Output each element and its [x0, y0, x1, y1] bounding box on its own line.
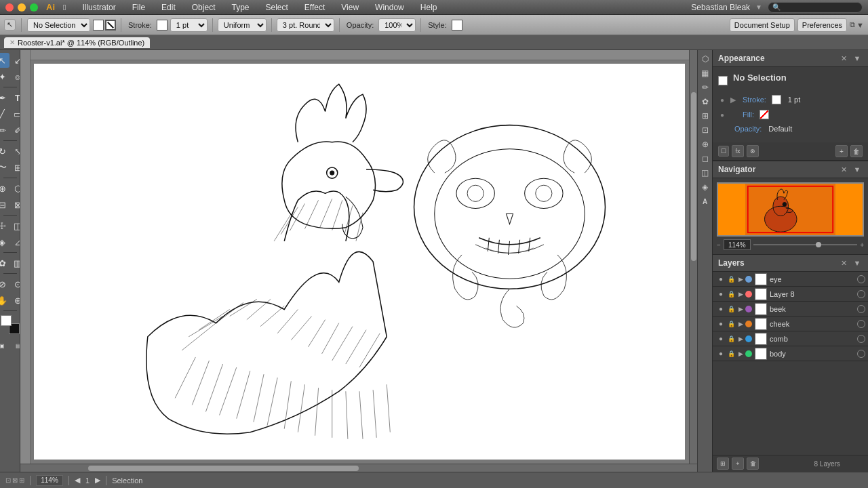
pathfinder-side-icon[interactable]: ⊕	[699, 138, 711, 150]
tab-close-icon[interactable]: ✕	[9, 39, 15, 46]
zoom-level-input[interactable]: 114%	[724, 239, 751, 250]
layer-target-indicator[interactable]	[857, 320, 865, 328]
appearance-fx-btn[interactable]: fx	[732, 145, 744, 157]
rect-tool[interactable]: ▭	[10, 106, 20, 121]
menu-illustrator[interactable]: Illustrator	[79, 1, 118, 14]
menu-apple[interactable]: 	[60, 1, 68, 14]
layer-target-indicator[interactable]	[857, 305, 865, 313]
navigator-panel-collapse-icon[interactable]: ▼	[852, 164, 863, 175]
zoom-slider-thumb[interactable]	[816, 242, 821, 247]
scale-tool[interactable]: ⤡	[10, 144, 20, 159]
pen-tool[interactable]: ✒	[0, 90, 9, 105]
lasso-tool[interactable]: ⌾	[10, 69, 20, 84]
layer-lock-icon[interactable]: 🔒	[726, 304, 736, 314]
table-row[interactable]: ● 🔒 ▶ comb	[713, 331, 868, 346]
style-box[interactable]	[452, 20, 462, 30]
layer-target-indicator[interactable]	[857, 290, 865, 298]
canvas-area[interactable]	[20, 50, 697, 472]
user-dropdown-icon[interactable]: ▼	[755, 3, 762, 11]
zoom-slider[interactable]	[753, 244, 857, 245]
stroke-swatch[interactable]	[157, 20, 167, 30]
artboard-nav-prev[interactable]: ◀	[75, 476, 80, 485]
search-box[interactable]: 🔍	[768, 2, 863, 13]
no-selection-dropdown[interactable]: No Selection	[27, 18, 90, 32]
stroke-visibility-eye[interactable]: ●	[718, 96, 726, 104]
foreground-color-swatch[interactable]	[1, 315, 12, 326]
document-setup-button[interactable]: Document Setup	[730, 18, 795, 32]
table-row[interactable]: ● 🔒 ▶ Layer 8	[713, 287, 868, 302]
zoom-in-btn[interactable]: +	[860, 241, 864, 249]
layer-expand-icon[interactable]: ▶	[736, 334, 745, 344]
pencil-tool[interactable]: ✐	[10, 123, 20, 138]
hand-tool[interactable]: ✋	[0, 293, 9, 308]
layer-visibility-eye[interactable]: ●	[715, 274, 726, 285]
menu-type[interactable]: Type	[229, 1, 252, 14]
make-sublayer-btn[interactable]: ⊞	[717, 458, 729, 470]
tool-selector[interactable]: ↖	[4, 19, 16, 30]
layer-expand-icon[interactable]: ▶	[736, 304, 745, 314]
symbols-side-icon[interactable]: ✿	[699, 96, 711, 108]
slice-tool[interactable]: ⊠	[10, 197, 20, 212]
behind-draw-tool[interactable]: ⊘	[0, 277, 9, 291]
swatches-side-icon[interactable]: ▦	[699, 67, 711, 79]
appearance-panel-close-icon[interactable]: ✕	[838, 53, 849, 64]
layer-lock-icon[interactable]: 🔒	[726, 289, 736, 299]
live-paint-tool[interactable]: ⬡	[10, 181, 20, 196]
vertical-scrollbar-thumb[interactable]	[691, 92, 696, 261]
menu-view[interactable]: View	[338, 1, 361, 14]
navigator-preview[interactable]	[717, 182, 864, 237]
gradient-tool[interactable]: ◫	[10, 218, 20, 233]
stroke-width-select[interactable]: 1 pt	[170, 18, 208, 32]
layer-visibility-eye[interactable]: ●	[715, 304, 726, 314]
layer-visibility-eye[interactable]: ●	[715, 289, 726, 300]
delete-layer-btn[interactable]: 🗑	[747, 458, 759, 470]
stroke-color-box[interactable]	[105, 20, 116, 30]
zoom-status-input[interactable]: 114%	[36, 475, 63, 486]
layer-expand-icon[interactable]: ▶	[736, 319, 745, 329]
layers-panel-close-icon[interactable]: ✕	[838, 258, 849, 268]
type-tool[interactable]: T	[10, 90, 20, 105]
direct-selection-tool[interactable]: ↙	[10, 53, 20, 68]
appearance-panel-collapse-icon[interactable]: ▼	[852, 53, 863, 64]
arrange-dropdown-icon[interactable]: ▼	[856, 21, 864, 29]
brushes-side-icon[interactable]: ✏	[699, 81, 711, 94]
status-icon-1[interactable]: ⊡	[5, 476, 11, 484]
fill-color-swatch[interactable]	[760, 110, 769, 119]
transparency-side-icon[interactable]: ◈	[699, 181, 711, 193]
layer-target-indicator[interactable]	[857, 350, 865, 358]
gradient-mode-button[interactable]: ▤	[11, 338, 21, 353]
stroke-expand-icon[interactable]: ▶	[730, 96, 736, 104]
paintbucket-side-icon[interactable]: ⬡	[699, 53, 711, 65]
appearance-clear-btn[interactable]: ⊗	[747, 145, 759, 157]
close-button[interactable]	[5, 3, 14, 12]
paintbrush-tool[interactable]: ✏	[0, 123, 9, 138]
opacity-label-link[interactable]: Opacity:	[734, 125, 762, 133]
minimize-button[interactable]	[18, 3, 26, 12]
table-row[interactable]: ● 🔒 ▶ cheek	[713, 317, 868, 331]
stroke-style-select[interactable]: Uniform	[218, 18, 267, 32]
transform-side-icon[interactable]: ⊡	[699, 124, 711, 136]
table-row[interactable]: ● 🔒 ▶ eye	[713, 272, 868, 287]
appearance-delete-btn[interactable]: 🗑	[850, 145, 863, 157]
layer-target-indicator[interactable]	[857, 335, 865, 343]
warp-tool[interactable]: 〜	[0, 160, 9, 175]
arrange-icon[interactable]: ⧉	[850, 20, 855, 29]
shape-builder-tool[interactable]: ⊕	[0, 181, 9, 196]
menu-effect[interactable]: Effect	[302, 1, 328, 14]
vertical-scrollbar[interactable]	[689, 50, 697, 472]
magic-wand-tool[interactable]: ✦	[0, 69, 9, 84]
inside-draw-tool[interactable]: ⊙	[10, 277, 20, 291]
maximize-button[interactable]	[30, 3, 38, 12]
layer-visibility-eye[interactable]: ●	[715, 319, 726, 329]
selection-tool[interactable]: ↖	[0, 53, 9, 68]
rotate-tool[interactable]: ↻	[0, 144, 9, 159]
layer-expand-icon[interactable]: ▶	[736, 349, 745, 359]
menu-help[interactable]: Help	[418, 1, 440, 14]
eyedropper-tool[interactable]: ⊿	[10, 235, 20, 249]
stroke-side-icon[interactable]: ◻	[699, 152, 711, 165]
color-mode-button[interactable]: ▣	[0, 338, 9, 353]
status-icon-3[interactable]: ⊞	[19, 476, 24, 484]
menu-edit[interactable]: Edit	[159, 1, 178, 14]
menu-object[interactable]: Object	[189, 1, 218, 14]
free-transform-tool[interactable]: ⊞	[10, 160, 20, 175]
